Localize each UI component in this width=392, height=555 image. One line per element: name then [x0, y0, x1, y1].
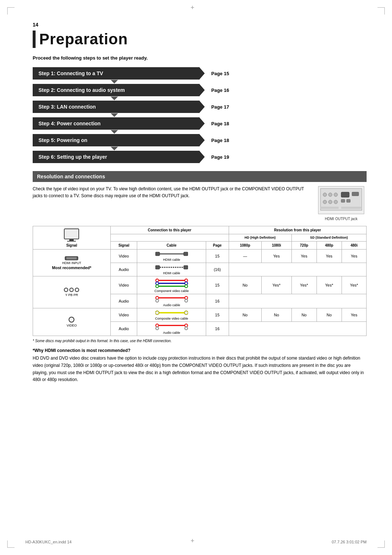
- table-row-component-video: Y PB PR Video: [33, 276, 367, 294]
- hdmi-input-label: HDMI INPUT: [62, 261, 81, 265]
- video-input-cell: VIDEO: [33, 308, 111, 336]
- step-arrow-2: [200, 84, 205, 96]
- video-video-1080p: No: [229, 308, 261, 322]
- title-section: Preparation: [33, 31, 367, 48]
- hdmi-diagram-svg: [318, 186, 365, 215]
- cable-col-header: Cable: [137, 242, 206, 250]
- step-arrow-6: [200, 151, 205, 163]
- corner-mark-tr: [377, 7, 385, 15]
- circle-pb: [69, 288, 74, 292]
- comp-video-480i: Yes*: [342, 276, 366, 294]
- circle-y: [64, 288, 68, 292]
- connection-table: Signal Connection to this player Resolut…: [33, 226, 367, 336]
- comp-audio-cable-svg: [155, 295, 188, 303]
- step-bar-2: Step 2: Connecting to audio system: [33, 84, 200, 96]
- svg-point-29: [156, 282, 159, 285]
- svg-rect-19: [155, 252, 160, 256]
- step-page-4: Page 18: [211, 121, 229, 126]
- step-row-1: Step 1: Connecting to a TV Page 15: [33, 67, 367, 80]
- video-video-720p: No: [291, 308, 317, 322]
- component-input-label: Y PB PR: [65, 293, 78, 297]
- 1080i-col-header: 1080i: [261, 242, 291, 250]
- step-page-6: Page 19: [211, 154, 229, 160]
- hdmi-audio-cable-cell: HDMI cable: [137, 263, 206, 276]
- arrow-between-1-2: [111, 80, 118, 84]
- svg-point-2: [323, 193, 327, 197]
- most-recommended-label: Most recommended*: [52, 266, 91, 270]
- hdmi-audio-page: (16): [206, 263, 229, 276]
- svg-point-44: [156, 324, 159, 327]
- hdmi-audio-signal: Audio: [110, 263, 137, 276]
- comp-video-1080i: Yes*: [261, 276, 291, 294]
- svg-rect-12: [320, 207, 339, 209]
- comp-audio-page: 16: [206, 294, 229, 308]
- resolution-header-cell: Resolution from this player: [229, 226, 367, 234]
- page-col-header: Page: [206, 242, 229, 250]
- hdmi-video-720p: Yes: [291, 250, 317, 263]
- video-audio-page: 16: [206, 322, 229, 336]
- video-video-1080i: No: [261, 308, 291, 322]
- video-input-label: VIDEO: [66, 324, 77, 327]
- svg-point-39: [185, 299, 188, 302]
- svg-rect-16: [67, 241, 76, 242]
- arrow-between-5-6: [111, 147, 118, 150]
- svg-point-6: [323, 200, 327, 204]
- page-title: Preparation: [39, 31, 367, 48]
- step-arrow-5: [200, 134, 205, 146]
- 720p-col-header: 720p: [291, 242, 317, 250]
- why-hdmi-title: *Why HDMI connection is most recommended…: [33, 348, 367, 353]
- step-row-6: Step 6: Setting up the player Page 19: [33, 151, 367, 163]
- component-cable-label: Component video cable: [154, 289, 189, 293]
- sd-header: SD (Standard Definition): [291, 234, 366, 242]
- comp-video-cable-cell: Component video cable: [137, 276, 206, 294]
- page: 14 Preparation Proceed the following ste…: [0, 0, 392, 555]
- tv-input-label: Signal: [35, 243, 109, 247]
- svg-point-32: [156, 285, 159, 288]
- svg-rect-5: [341, 192, 349, 197]
- page-number: 14: [33, 22, 367, 28]
- svg-point-48: [185, 327, 188, 330]
- svg-rect-14: [64, 229, 79, 239]
- 1080p-col-header: 1080p: [229, 242, 261, 250]
- video-video-page: 15: [206, 308, 229, 322]
- step-arrow-4: [200, 118, 205, 129]
- step-row-5: Step 5: Powering on Page 18: [33, 134, 367, 146]
- crosshair-top: [192, 7, 200, 15]
- hdmi-caption: HDMI OUTPUT jack: [316, 217, 367, 221]
- hdmi-video-480p: Yes: [317, 250, 342, 263]
- resolution-header: Resolution and connections: [33, 171, 367, 182]
- signal-col-header: Signal: [110, 242, 137, 250]
- svg-point-36: [185, 296, 188, 299]
- video-audio-cable-img: Audio cable: [139, 323, 204, 335]
- video-audio-cable-svg: [155, 323, 188, 330]
- file-info-right: 07.7.26 3:01:02 PM: [332, 540, 367, 544]
- 480p-col-header: 480p: [317, 242, 342, 250]
- hdmi-image-block: HDMI OUTPUT jack: [316, 186, 367, 221]
- hdmi-audio-res-blank: [229, 263, 367, 276]
- hdmi-input-cell: HDMI INPUT Most recommended*: [33, 250, 111, 276]
- step-label-1: Step 1: Connecting to a TV: [38, 70, 103, 76]
- svg-point-8: [334, 200, 338, 204]
- video-video-480i: Yes: [342, 308, 366, 322]
- hd-header: HD (High Definition): [229, 234, 291, 242]
- table-footnote: * Some discs may prohibit output in this…: [33, 339, 367, 343]
- step-bar-5: Step 5: Powering on: [33, 134, 200, 146]
- hdmi-video-signal: Video: [110, 250, 137, 263]
- hdmi-audio-cable-label: HDMI cable: [163, 271, 180, 275]
- step-label-4: Step 4: Power connection: [38, 121, 101, 126]
- svg-point-45: [185, 324, 188, 327]
- hdmi-cable-img: HDMI cable: [139, 251, 204, 262]
- resolution-section: Resolution and connections Check the typ…: [33, 171, 367, 221]
- page-subtitle: Proceed the following steps to set the p…: [33, 55, 367, 61]
- video-video-signal: Video: [110, 308, 137, 322]
- hdmi-connector-icon: [64, 256, 79, 260]
- component-circles: [64, 288, 79, 292]
- hdmi-video-cable-cell: HDMI cable: [137, 250, 206, 263]
- svg-point-30: [185, 282, 188, 285]
- hdmi-cable-label: HDMI cable: [163, 258, 180, 262]
- svg-rect-10: [341, 199, 345, 202]
- step-page-1: Page 15: [211, 71, 229, 76]
- composite-cable-svg: [155, 309, 188, 316]
- video-circle: [69, 317, 74, 323]
- svg-rect-24: [184, 266, 188, 269]
